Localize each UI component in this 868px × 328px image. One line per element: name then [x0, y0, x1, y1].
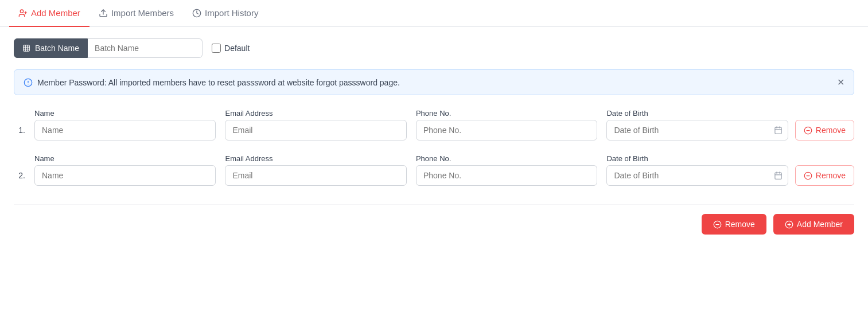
field-group-name-2: Name: [34, 154, 216, 186]
member-fields-1: Name Email Address Phone No. Date of Bir…: [34, 109, 788, 140]
batch-row: Batch Name Default: [14, 38, 854, 58]
table-row: 2. Name Email Address Phone No. Date of …: [14, 154, 854, 186]
table-icon: [22, 44, 30, 52]
alert-close-button[interactable]: ✕: [837, 77, 844, 88]
dob-wrapper-2: [606, 165, 788, 186]
dob-input-2[interactable]: [606, 165, 788, 186]
svg-point-0: [20, 10, 23, 13]
field-group-phone-1: Phone No.: [416, 109, 597, 140]
phone-label-2: Phone No.: [416, 154, 597, 163]
tab-import-history[interactable]: Import History: [183, 0, 267, 27]
minus-circle-icon-2: [804, 171, 812, 180]
minus-circle-icon-1: [804, 126, 812, 135]
dob-label-2: Date of Birth: [606, 154, 788, 163]
tab-add-member[interactable]: Add Member: [9, 0, 89, 27]
batch-name-btn-label: Batch Name: [35, 44, 79, 53]
svg-rect-5: [24, 45, 30, 52]
alert-text: Member Password: All imported members ha…: [37, 78, 400, 87]
field-group-email-2: Email Address: [225, 154, 406, 186]
upload-icon: [99, 9, 108, 18]
email-input-1[interactable]: [225, 120, 406, 140]
email-label-2: Email Address: [225, 154, 406, 163]
field-group-name-1: Name: [34, 109, 216, 140]
alert-content: Member Password: All imported members ha…: [24, 78, 400, 87]
phone-label-1: Phone No.: [416, 109, 597, 118]
plus-circle-icon: [785, 220, 793, 229]
member-fields-2: Name Email Address Phone No. Date of Bir…: [34, 154, 788, 186]
tab-bar: Add Member Import Members Import History: [0, 0, 868, 27]
person-plus-icon: [18, 9, 28, 18]
dob-wrapper-1: [606, 120, 788, 140]
default-label[interactable]: Default: [212, 44, 250, 53]
field-group-dob-1: Date of Birth: [606, 109, 788, 140]
phone-input-2[interactable]: [416, 165, 597, 186]
remove-button-label: Remove: [725, 220, 755, 229]
main-content: Batch Name Default Member Password: All …: [0, 27, 868, 246]
remove-row-button-1[interactable]: Remove: [795, 120, 854, 140]
dob-input-1[interactable]: [606, 120, 788, 140]
default-checkbox[interactable]: [212, 44, 221, 53]
minus-circle-bottom-icon: [713, 220, 722, 229]
remove-row-button-2[interactable]: Remove: [795, 165, 854, 186]
name-input-2[interactable]: [34, 165, 216, 186]
member-rows: 1. Name Email Address Phone No. Date of …: [14, 109, 854, 186]
name-label-1: Name: [34, 109, 216, 118]
name-input-1[interactable]: [34, 120, 216, 140]
remove-button[interactable]: Remove: [702, 214, 766, 235]
email-input-2[interactable]: [225, 165, 406, 186]
clock-icon: [192, 9, 201, 18]
row-number-1: 1.: [14, 126, 25, 135]
phone-input-1[interactable]: [416, 120, 597, 140]
add-member-button[interactable]: Add Member: [773, 214, 854, 235]
tab-import-members-label: Import Members: [111, 8, 174, 18]
batch-name-input[interactable]: [88, 38, 203, 58]
row-number-2: 2.: [14, 171, 25, 180]
name-label-2: Name: [34, 154, 216, 163]
bottom-actions: Remove Add Member: [14, 204, 854, 235]
email-label-1: Email Address: [225, 109, 406, 118]
default-text: Default: [224, 44, 250, 53]
tab-import-history-label: Import History: [205, 8, 258, 18]
dob-label-1: Date of Birth: [606, 109, 788, 118]
tab-import-members[interactable]: Import Members: [89, 0, 183, 27]
field-group-email-1: Email Address: [225, 109, 406, 140]
remove-row-label-1: Remove: [816, 126, 846, 135]
field-group-dob-2: Date of Birth: [606, 154, 788, 186]
batch-name-button[interactable]: Batch Name: [14, 38, 88, 58]
table-row: 1. Name Email Address Phone No. Date of …: [14, 109, 854, 140]
alert-banner: Member Password: All imported members ha…: [14, 69, 854, 95]
add-member-button-label: Add Member: [797, 220, 843, 229]
info-icon: [24, 78, 33, 87]
remove-row-label-2: Remove: [816, 171, 846, 180]
tab-add-member-label: Add Member: [31, 8, 80, 18]
field-group-phone-2: Phone No.: [416, 154, 597, 186]
